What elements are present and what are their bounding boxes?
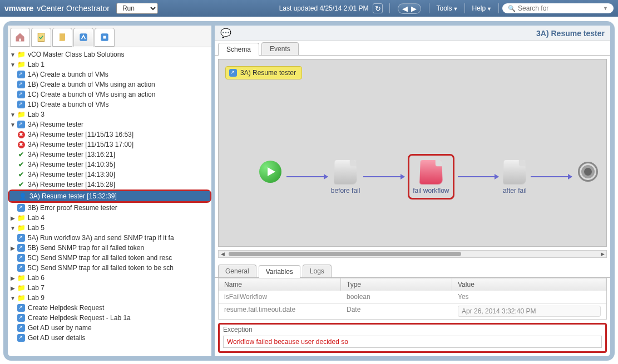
tree-wf[interactable]: 5C) Send SNMP trap for all failed token …: [8, 253, 211, 263]
col-header-value[interactable]: Value: [452, 278, 606, 291]
tree-wf-3b[interactable]: 3B) Error proof Resume tester: [8, 203, 211, 213]
schema-events-tabs: Schema Events: [215, 41, 610, 56]
arrow-icon: [363, 176, 404, 177]
speech-icon[interactable]: 💬: [220, 28, 231, 38]
start-node[interactable]: [258, 159, 283, 195]
tree-wf[interactable]: 1A) Create a bunch of VMs: [8, 69, 211, 79]
vmware-logo: vmware: [4, 4, 33, 13]
horizontal-scrollbar[interactable]: ◀ ▶: [218, 250, 607, 258]
tree-folder-lab6[interactable]: Lab 6: [8, 273, 211, 283]
workflow-tree[interactable]: vCO Master Class Lab Solutions Lab 1 1A)…: [8, 47, 211, 356]
toolbar-workflows-icon[interactable]: [73, 28, 93, 47]
main-frame: vCO Master Class Lab Solutions Lab 1 1A)…: [3, 21, 615, 361]
last-updated-label: Last updated 4/25/14 2:01 PM: [279, 4, 369, 12]
tree-wf[interactable]: 1B) Create a bunch of VMs using an actio…: [8, 79, 211, 89]
scroll-right-icon[interactable]: ▶: [599, 251, 606, 257]
tree-wf[interactable]: 5B) Send SNMP trap for all failed token: [8, 243, 211, 253]
nav-fwd-icon[interactable]: ▶: [409, 4, 418, 13]
search-box: 🔍 ▼: [502, 3, 614, 13]
tree-run-selected[interactable]: 3A) Resume tester [15:32:39]: [9, 191, 210, 201]
svg-rect-0: [38, 33, 45, 42]
workflow-icon: [229, 69, 237, 77]
col-header-type[interactable]: Type: [341, 278, 452, 291]
tree-wf-3a[interactable]: 3A) Resume tester: [8, 119, 211, 129]
header-bar: vmware vCenter Orchestrator Run Last upd…: [0, 0, 618, 17]
table-row[interactable]: resume.fail.timeout.date Date Apr 26, 20…: [218, 303, 607, 320]
tree-folder-lab3[interactable]: Lab 3: [8, 109, 211, 119]
exception-message: Workflow failed because user decided so: [223, 336, 602, 348]
tree-folder-lab4[interactable]: Lab 4: [8, 213, 211, 223]
tree-wf[interactable]: 1D) Create a bunch of VMs: [8, 99, 211, 109]
workflow-badge[interactable]: 3A) Resume tester: [225, 66, 302, 79]
right-header: 💬 3A) Resume tester: [215, 26, 610, 41]
help-menu[interactable]: Help▼: [472, 4, 492, 12]
tree-run-ok[interactable]: 3A) Resume tester [13:16:21]: [8, 149, 211, 159]
toolbar-plugin-icon[interactable]: [95, 28, 115, 47]
arrow-icon: [458, 176, 499, 177]
schema-canvas[interactable]: 3A) Resume tester before fail fail workf…: [218, 59, 607, 247]
arrow-icon: [531, 176, 572, 177]
table-row[interactable]: isFailWorkflow boolean Yes: [218, 291, 607, 303]
refresh-icon[interactable]: ↻: [373, 3, 383, 13]
scroll-thumb[interactable]: [229, 252, 461, 256]
mode-selector[interactable]: Run: [116, 3, 158, 14]
tab-events[interactable]: Events: [261, 42, 299, 55]
search-dropdown-icon[interactable]: ▼: [603, 6, 608, 11]
nav-back-icon[interactable]: ◀: [401, 4, 409, 13]
tree-wf[interactable]: Get AD user details: [8, 333, 211, 343]
page-title: 3A) Resume tester: [237, 29, 605, 38]
tab-general[interactable]: General: [218, 265, 256, 277]
tree-wf[interactable]: 5C) Send SNMP trap for all failed token …: [8, 263, 211, 273]
variables-table: Name Type Value isFailWorkflow boolean Y…: [218, 278, 607, 320]
detail-tabs: General Variables Logs: [215, 261, 610, 278]
left-pane: vCO Master Class Lab Solutions Lab 1 1A)…: [8, 26, 215, 356]
check-icon: [17, 170, 26, 179]
script-node-after[interactable]: after fail: [502, 159, 527, 195]
tab-logs[interactable]: Logs: [303, 265, 332, 277]
tree-wf[interactable]: Get AD user by name: [8, 323, 211, 333]
toolbar-tasks-icon[interactable]: [31, 28, 51, 47]
scroll-left-icon[interactable]: ◀: [219, 251, 226, 257]
tree-run-error[interactable]: 3A) Resume tester [11/15/13 17:00]: [8, 139, 211, 149]
tree-root[interactable]: vCO Master Class Lab Solutions: [8, 49, 211, 59]
value-readonly: Apr 26, 2014 3:32:40 PM: [458, 306, 601, 317]
end-icon: [578, 162, 598, 182]
tree-run-ok[interactable]: 3A) Resume tester [14:15:28]: [8, 179, 211, 190]
tree-run-error[interactable]: 3A) Resume tester [11/15/13 16:53]: [8, 129, 211, 139]
nav-arrows: ◀ ▶: [398, 3, 421, 14]
table-header: Name Type Value: [218, 278, 607, 291]
tree-folder-lab7[interactable]: Lab 7: [8, 283, 211, 293]
tab-variables[interactable]: Variables: [259, 265, 300, 278]
error-icon: [17, 130, 26, 139]
check-icon: [17, 150, 26, 159]
tools-menu[interactable]: Tools▼: [436, 4, 458, 12]
tree-folder-lab9[interactable]: Lab 9: [8, 293, 211, 303]
exception-label: Exception: [220, 325, 605, 335]
end-node[interactable]: [575, 159, 601, 195]
tree-wf[interactable]: Create Helpdesk Request: [8, 303, 211, 313]
tree-run-ok[interactable]: 3A) Resume tester [14:13:30]: [8, 169, 211, 179]
error-icon: [17, 140, 26, 149]
tree-wf[interactable]: 1C) Create a bunch of VMs using an actio…: [8, 89, 211, 99]
script-node-before[interactable]: before fail: [331, 159, 360, 195]
tree-wf[interactable]: 5A) Run workflow 3A) and send SNMP trap …: [8, 233, 211, 243]
tree-folder-lab5[interactable]: Lab 5: [8, 223, 211, 233]
tree-wf[interactable]: Create Helpdesk Request - Lab 1a: [8, 313, 211, 323]
script-fail-icon: [419, 160, 443, 185]
script-icon: [334, 160, 357, 185]
left-toolbar: [8, 26, 211, 47]
arrow-icon: [286, 176, 328, 177]
tree-folder-lab1[interactable]: Lab 1: [8, 59, 211, 69]
check-icon: [17, 160, 26, 169]
script-node-fail[interactable]: fail workflow: [413, 159, 449, 195]
search-input[interactable]: [518, 4, 603, 12]
toolbar-scroll-icon[interactable]: [52, 28, 72, 47]
col-header-name[interactable]: Name: [219, 278, 341, 291]
toolbar-home-icon[interactable]: [10, 28, 30, 47]
exception-panel: Exception Workflow failed because user d…: [218, 323, 607, 353]
highlighted-fail-node: fail workflow: [408, 154, 454, 200]
app-name: vCenter Orchestrator: [37, 4, 110, 13]
tree-run-ok[interactable]: 3A) Resume tester [14:10:35]: [8, 159, 211, 169]
check-icon: [17, 180, 26, 189]
tab-schema[interactable]: Schema: [218, 43, 259, 56]
